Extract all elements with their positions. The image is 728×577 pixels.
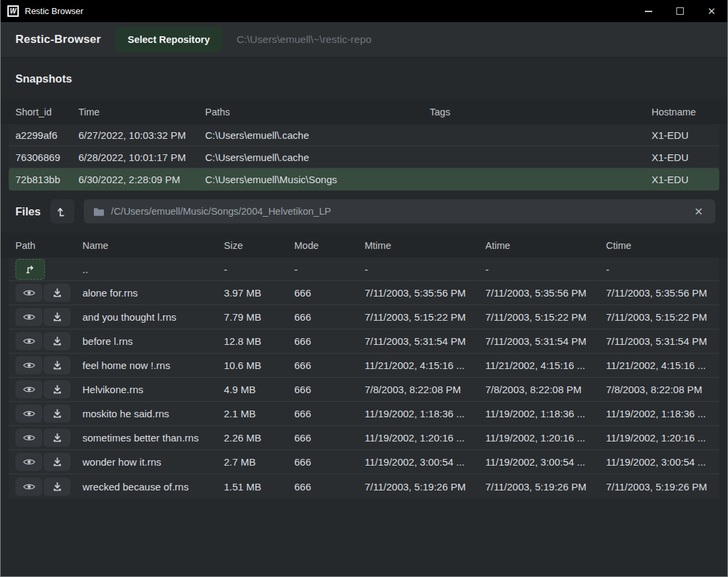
snapshot-row[interactable]: 72b813bb 6/30/2022, 2:28:09 PM C:\Users\… xyxy=(9,168,719,191)
file-name: Helvikone.rns xyxy=(82,384,224,395)
col-size: Size xyxy=(224,240,294,251)
download-file-button[interactable] xyxy=(44,405,70,423)
snapshot-hostname: X1-EDU xyxy=(652,129,719,141)
snapshot-hostname: X1-EDU xyxy=(652,152,719,163)
file-mode: 666 xyxy=(294,408,365,419)
minimize-icon xyxy=(645,11,652,12)
snapshots-table: a2299af6 6/27/2022, 10:03:32 PM C:\Users… xyxy=(9,124,719,191)
close-icon: ✕ xyxy=(707,6,716,16)
file-atime: 7/8/2003, 8:22:08 PM xyxy=(485,384,606,395)
file-atime: 11/19/2002, 1:20:16 ... xyxy=(485,432,606,443)
col-short-id: Short_id xyxy=(15,107,78,117)
file-name: moskito he said.rns xyxy=(82,408,224,419)
restic-browser-window: W Restic Browser ✕ Restic-Browser Select… xyxy=(0,0,728,577)
snapshots-title: Snapshots xyxy=(15,72,72,85)
download-icon xyxy=(52,360,62,370)
snapshot-time: 6/27/2022, 10:03:32 PM xyxy=(78,129,205,141)
preview-file-button[interactable] xyxy=(15,429,42,447)
col-name: Name xyxy=(82,240,224,251)
minimize-button[interactable] xyxy=(633,0,664,22)
file-row: moskito he said.rns 2.1 MB 666 11/19/200… xyxy=(9,402,719,426)
select-repository-button[interactable]: Select Repository xyxy=(115,27,223,52)
file-name: sometimes better than.rns xyxy=(82,432,224,443)
download-icon xyxy=(52,312,62,322)
snapshot-hostname: X1-EDU xyxy=(652,174,719,185)
col-time: Time xyxy=(78,107,205,117)
app-title: Restic-Browser xyxy=(15,33,101,46)
file-mode: 666 xyxy=(294,360,365,371)
eye-icon xyxy=(23,458,36,466)
file-row: before l.rns 12.8 MB 666 7/11/2003, 5:31… xyxy=(9,329,719,354)
snapshot-paths: C:\Users\emuell\.cache xyxy=(205,152,430,163)
snapshot-time: 6/28/2022, 10:01:17 PM xyxy=(78,152,205,163)
file-name: wrecked because of.rns xyxy=(82,481,224,492)
eye-icon xyxy=(23,288,36,297)
eye-icon xyxy=(23,313,36,321)
file-mtime: 7/11/2003, 5:15:22 PM xyxy=(365,311,485,323)
preview-file-button[interactable] xyxy=(15,356,42,374)
col-tags: Tags xyxy=(430,107,652,117)
file-row: Helvikone.rns 4.9 MB 666 7/8/2003, 8:22:… xyxy=(9,378,719,402)
go-up-level-button[interactable] xyxy=(50,199,74,223)
file-size: 1.51 MB xyxy=(224,481,294,492)
titlebar-left: W Restic Browser xyxy=(1,5,633,17)
files-table: .. - - - - - xyxy=(9,258,719,499)
file-name: before l.rns xyxy=(82,335,224,347)
download-icon xyxy=(52,384,62,395)
clear-path-icon[interactable]: ✕ xyxy=(692,204,706,219)
eye-icon xyxy=(23,409,36,418)
go-to-parent-button[interactable] xyxy=(15,259,45,280)
file-ctime: - xyxy=(606,264,719,275)
close-button[interactable]: ✕ xyxy=(696,0,727,22)
window-title: Restic Browser xyxy=(25,6,83,16)
files-path-bar[interactable]: /C/Users/emuell/Music/Songs/2004_Helveti… xyxy=(84,199,715,223)
download-file-button[interactable] xyxy=(44,332,70,350)
download-file-button[interactable] xyxy=(44,380,70,399)
preview-file-button[interactable] xyxy=(15,332,42,350)
download-file-button[interactable] xyxy=(44,308,70,326)
preview-file-button[interactable] xyxy=(15,453,42,471)
file-name: wonder how it.rns xyxy=(82,456,224,468)
file-size: 10.6 MB xyxy=(224,360,294,371)
file-mode: 666 xyxy=(294,481,365,492)
preview-file-button[interactable] xyxy=(15,284,42,302)
file-mtime: 11/19/2002, 1:18:36 ... xyxy=(365,408,485,419)
preview-file-button[interactable] xyxy=(15,405,42,423)
preview-file-button[interactable] xyxy=(15,380,42,399)
file-row: sometimes better than.rns 2.26 MB 666 11… xyxy=(9,426,719,450)
maximize-button[interactable] xyxy=(664,0,696,22)
eye-icon xyxy=(23,482,36,491)
snapshot-short-id: 72b813bb xyxy=(15,174,78,185)
download-file-button[interactable] xyxy=(44,478,70,496)
file-ctime: 7/11/2003, 5:35:56 PM xyxy=(606,287,719,299)
snapshots-table-header: Short_id Time Paths Tags Hostname xyxy=(1,99,727,124)
file-mtime: 7/11/2003, 5:35:56 PM xyxy=(365,287,485,299)
file-ctime: 11/19/2002, 3:00:54 ... xyxy=(606,456,719,468)
snapshot-time: 6/30/2022, 2:28:09 PM xyxy=(78,174,205,185)
level-up-icon xyxy=(56,206,68,217)
download-file-button[interactable] xyxy=(44,429,70,447)
download-file-button[interactable] xyxy=(44,356,70,374)
file-atime: 11/19/2002, 3:00:54 ... xyxy=(485,456,606,468)
file-atime: 7/11/2003, 5:31:54 PM xyxy=(485,335,606,347)
file-atime: 11/21/2002, 4:15:16 ... xyxy=(485,360,606,371)
file-mtime: 11/19/2002, 3:00:54 ... xyxy=(365,456,485,468)
repository-path: C:\Users\emuell\~\restic-repo xyxy=(237,34,371,46)
preview-file-button[interactable] xyxy=(15,308,42,326)
snapshot-row[interactable]: a2299af6 6/27/2022, 10:03:32 PM C:\Users… xyxy=(9,124,719,146)
download-icon xyxy=(52,457,62,467)
file-row: wrecked because of.rns 1.51 MB 666 7/11/… xyxy=(9,474,719,499)
file-atime: 7/11/2003, 5:19:26 PM xyxy=(485,481,606,492)
file-ctime: 7/11/2003, 5:15:22 PM xyxy=(606,311,719,323)
col-atime: Atime xyxy=(485,240,606,251)
col-path: Path xyxy=(15,240,82,251)
preview-file-button[interactable] xyxy=(15,478,42,496)
download-icon xyxy=(52,433,62,443)
snapshot-row[interactable]: 76306869 6/28/2022, 10:01:17 PM C:\Users… xyxy=(9,146,719,168)
file-name: feel home now !.rns xyxy=(82,360,224,371)
col-ctime: Ctime xyxy=(606,240,727,251)
file-mtime: 11/21/2002, 4:15:16 ... xyxy=(365,360,485,371)
download-file-button[interactable] xyxy=(44,453,70,471)
file-mtime: 7/11/2003, 5:19:26 PM xyxy=(365,481,485,492)
download-file-button[interactable] xyxy=(44,284,70,302)
